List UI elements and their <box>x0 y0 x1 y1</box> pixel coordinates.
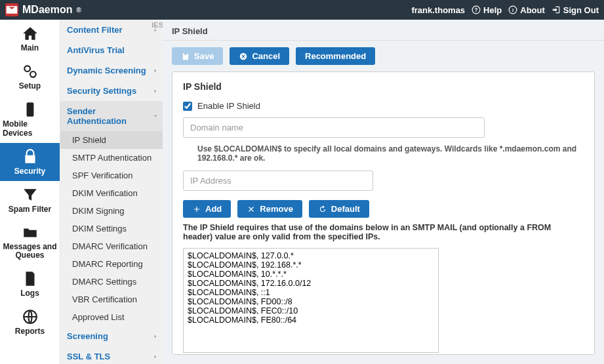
nav-security[interactable]: Security <box>0 143 60 181</box>
sidebar-item-dkim-settings[interactable]: DKIM Settings <box>60 220 163 237</box>
nav-reports[interactable]: Reports <box>0 303 60 341</box>
topbar-right: frank.thomas ? Help i About Sign Out <box>411 5 599 15</box>
side-nav: Content Filter IES AntiVirus Trial Dynam… <box>60 20 163 364</box>
svg-point-4 <box>24 66 30 71</box>
sidebar-item-security-settings[interactable]: Security Settings <box>60 81 163 101</box>
sidebar-item-dmarc-reporting[interactable]: DMARC Reporting <box>60 255 163 273</box>
domain-hint: Use $LOCALDOMAIN$ to specify all local d… <box>197 144 578 163</box>
sidebar-item-ip-shield[interactable]: IP Shield <box>60 131 163 149</box>
nav-logs[interactable]: Logs <box>0 265 60 303</box>
ip-shield-entries[interactable] <box>183 248 439 353</box>
lock-icon <box>22 148 39 165</box>
enable-ip-shield-checkbox[interactable] <box>183 102 192 111</box>
current-user: frank.thomas <box>411 5 465 15</box>
sidebar-item-sender-auth[interactable]: Sender Authentication <box>60 101 163 131</box>
remove-button[interactable]: Remove <box>237 200 302 218</box>
clipped-text: IES <box>151 21 163 29</box>
content-area: IP Shield Save Cancel Recommended IP Shi… <box>163 20 604 364</box>
default-button[interactable]: Default <box>309 200 369 218</box>
panel-title: IP Shield <box>183 81 584 92</box>
sidebar-item-ssl-tls[interactable]: SSL & TLS <box>60 346 163 364</box>
brand-reg: ® <box>76 7 81 14</box>
add-button[interactable]: Add <box>183 200 231 218</box>
sidebar-item-dkim-verification[interactable]: DKIM Verification <box>60 184 163 202</box>
sidebar-item-dynamic-screening[interactable]: Dynamic Screening <box>60 60 163 81</box>
topbar: MDaemon® frank.thomas ? Help i About Sig… <box>0 0 604 20</box>
cancel-icon <box>239 52 248 61</box>
sidebar-item-vbr[interactable]: VBR Certification <box>60 291 163 308</box>
sidebar-item-dmarc-settings[interactable]: DMARC Settings <box>60 273 163 291</box>
svg-text:?: ? <box>475 7 478 13</box>
globe-icon <box>22 308 39 325</box>
nav-messages[interactable]: Messages and Queues <box>0 219 60 265</box>
brand-icon <box>5 3 18 16</box>
signout-icon <box>552 5 561 14</box>
sidebar-item-content-filter[interactable]: Content Filter IES <box>60 20 163 40</box>
svg-rect-6 <box>26 102 33 117</box>
chevron-right-icon <box>152 354 159 360</box>
save-button[interactable]: Save <box>172 47 223 65</box>
sidebar-item-approved-list[interactable]: Approved List <box>60 308 163 326</box>
save-icon <box>181 52 190 61</box>
home-icon <box>22 25 39 42</box>
svg-point-5 <box>30 71 36 77</box>
sidebar-item-antivirus[interactable]: AntiVirus Trial <box>60 40 163 60</box>
remove-icon <box>247 205 256 214</box>
enable-ip-shield-label: Enable IP Shield <box>197 101 260 111</box>
cancel-button[interactable]: Cancel <box>230 47 289 65</box>
toolbar: Save Cancel Recommended <box>163 41 604 71</box>
icon-nav: Main Setup Mobile Devices Security Spam … <box>0 20 60 364</box>
description-text: The IP Shield requires that use of the d… <box>183 223 576 241</box>
domain-name-input[interactable] <box>183 117 485 138</box>
nav-main[interactable]: Main <box>0 20 60 58</box>
about-link[interactable]: i About <box>508 5 545 15</box>
sidebar-item-dkim-signing[interactable]: DKIM Signing <box>60 202 163 220</box>
signout-link[interactable]: Sign Out <box>552 5 599 15</box>
chevron-right-icon <box>152 333 159 340</box>
help-link[interactable]: ? Help <box>472 5 502 15</box>
nav-setup[interactable]: Setup <box>0 58 60 96</box>
plus-icon <box>192 205 201 214</box>
help-icon: ? <box>472 5 481 14</box>
svg-text:i: i <box>512 7 513 13</box>
folder-icon <box>22 224 39 241</box>
nav-spam[interactable]: Spam Filter <box>0 181 60 219</box>
recommended-button[interactable]: Recommended <box>296 47 375 65</box>
entry-buttons: Add Remove Default <box>183 200 584 218</box>
phone-icon <box>22 101 39 118</box>
settings-panel: IP Shield Enable IP Shield Use $LOCALDOM… <box>172 71 595 355</box>
refresh-icon <box>318 205 327 214</box>
enable-ip-shield-row[interactable]: Enable IP Shield <box>183 101 584 111</box>
ip-address-input[interactable] <box>183 171 373 191</box>
sidebar-item-screening[interactable]: Screening <box>60 326 163 346</box>
chevron-right-icon <box>152 88 159 94</box>
gears-icon <box>22 63 39 80</box>
breadcrumb: IP Shield <box>163 20 604 41</box>
chevron-right-icon <box>152 68 159 74</box>
brand-text: MDaemon <box>22 4 72 16</box>
chevron-down-icon <box>152 113 159 119</box>
sidebar-item-smtp-auth[interactable]: SMTP Authentication <box>60 149 163 167</box>
brand: MDaemon® <box>5 3 81 16</box>
sidebar-item-dmarc-verification[interactable]: DMARC Verification <box>60 237 163 255</box>
funnel-icon <box>22 186 39 203</box>
sidebar-item-spf[interactable]: SPF Verification <box>60 167 163 184</box>
nav-mobile[interactable]: Mobile Devices <box>0 96 60 143</box>
info-icon: i <box>508 5 517 14</box>
document-icon <box>22 270 39 287</box>
